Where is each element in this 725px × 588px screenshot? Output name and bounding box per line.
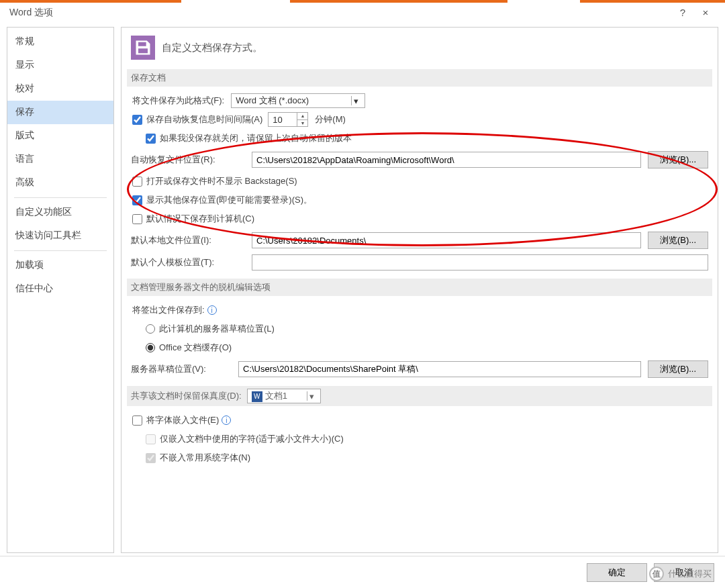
- main-panel: 自定义文档保存方式。 保存文档 将文件保存为此格式(F): Word 文档 (*…: [121, 27, 718, 553]
- embed-subset-label: 仅嵌入文档中使用的字符(适于减小文件大小)(C): [160, 433, 344, 445]
- draftloc-label: 服务器草稿位置(V):: [131, 363, 232, 375]
- localpath-label: 默认本地文件位置(I):: [131, 234, 245, 246]
- checkout-label: 将签出文件保存到:: [132, 304, 205, 316]
- sidebar-item-proofing[interactable]: 校对: [7, 77, 113, 101]
- autosave-label: 保存自动恢复信息时间间隔(A): [146, 113, 262, 126]
- sidebar-item-advanced[interactable]: 高级: [7, 171, 113, 195]
- radio-server-drafts-label: 此计算机的服务器草稿位置(L): [159, 323, 275, 335]
- help-button[interactable]: ?: [671, 7, 694, 18]
- dialog-footer: 确定 取消: [0, 556, 725, 588]
- browse-draftloc-button[interactable]: 浏览(B)...: [648, 360, 708, 378]
- sidebar: 常规 显示 校对 保存 版式 语言 高级 自定义功能区 快速访问工具栏 加载项 …: [7, 27, 114, 553]
- sidebar-separator: [14, 250, 107, 251]
- spin-down-icon[interactable]: ▼: [297, 120, 307, 127]
- sidebar-item-language[interactable]: 语言: [7, 148, 113, 171]
- save-icon: [131, 36, 155, 60]
- format-combobox[interactable]: Word 文档 (*.docx) ▾: [231, 93, 365, 108]
- keeplast-checkbox[interactable]: [146, 134, 156, 144]
- window-title: Word 选项: [9, 7, 671, 19]
- autosave-checkbox[interactable]: [132, 115, 142, 125]
- svg-rect-0: [143, 43, 144, 46]
- sidebar-item-general[interactable]: 常规: [7, 30, 113, 54]
- templatepath-input[interactable]: [252, 254, 708, 271]
- fidelity-doc-combobox[interactable]: W文档1 ▾: [247, 389, 321, 403]
- defaultlocal-label: 默认情况下保存到计算机(C): [146, 213, 254, 225]
- embedfonts-checkbox[interactable]: [132, 415, 142, 426]
- radio-server-drafts[interactable]: [146, 324, 155, 334]
- info-icon[interactable]: i: [222, 415, 231, 425]
- titlebar: Word 选项 ? ×: [0, 3, 725, 23]
- info-icon[interactable]: i: [207, 305, 217, 315]
- sidebar-item-display[interactable]: 显示: [7, 54, 113, 77]
- sidebar-item-save[interactable]: 保存: [7, 101, 113, 124]
- chevron-down-icon: ▾: [307, 391, 316, 401]
- sidebar-item-layout[interactable]: 版式: [7, 124, 113, 148]
- keeplast-label: 如果我没保存就关闭，请保留上次自动保留的版本: [160, 132, 352, 144]
- autorecover-path-input[interactable]: [252, 152, 641, 168]
- group-save-documents: 保存文档: [127, 69, 712, 87]
- sidebar-item-customize-ribbon[interactable]: 自定义功能区: [7, 201, 113, 224]
- radio-office-cache[interactable]: [146, 343, 155, 352]
- group-offline-editing: 文档管理服务器文件的脱机编辑选项: [127, 279, 712, 296]
- watermark-text: 什么值得买: [668, 568, 712, 580]
- embed-nosys-label: 不嵌入常用系统字体(N): [160, 452, 250, 464]
- format-label: 将文件保存为此格式(F):: [132, 95, 224, 107]
- ok-button[interactable]: 确定: [587, 563, 647, 582]
- autorecover-label: 自动恢复文件位置(R):: [131, 154, 245, 166]
- sidebar-item-trust-center[interactable]: 信任中心: [7, 277, 113, 301]
- sidebar-item-qat[interactable]: 快速访问工具栏: [7, 224, 113, 248]
- spin-up-icon[interactable]: ▲: [297, 113, 307, 120]
- backstage-label: 打开或保存文件时不显示 Backstage(S): [146, 175, 297, 187]
- embedfonts-label: 将字体嵌入文件(E): [146, 414, 219, 426]
- draftloc-input[interactable]: [238, 361, 641, 377]
- group-fidelity-label: 共享该文档时保留保真度(D):: [131, 390, 242, 402]
- browse-localpath-button[interactable]: 浏览(B)...: [648, 232, 708, 249]
- defaultlocal-checkbox[interactable]: [132, 214, 142, 224]
- showother-checkbox[interactable]: [132, 195, 142, 205]
- chevron-down-icon: ▾: [351, 96, 360, 105]
- showother-label: 显示其他保存位置(即使可能需要登录)(S)。: [146, 194, 312, 206]
- browse-autorecover-button[interactable]: 浏览(B)...: [648, 151, 708, 168]
- sidebar-item-addins[interactable]: 加载项: [7, 254, 113, 277]
- radio-office-cache-label: Office 文档缓存(O): [159, 342, 232, 354]
- sidebar-separator: [14, 197, 107, 198]
- group-fidelity: 共享该文档时保留保真度(D): W文档1 ▾: [127, 386, 712, 406]
- autosave-unit: 分钟(M): [315, 113, 346, 126]
- templatepath-label: 默认个人模板位置(T):: [131, 256, 245, 268]
- autosave-value: 10: [273, 115, 282, 125]
- fidelity-doc-value: 文档1: [265, 391, 287, 401]
- localpath-input[interactable]: [252, 232, 641, 248]
- word-icon: W: [252, 391, 262, 402]
- autosave-interval-spinbox[interactable]: 10 ▲▼: [268, 112, 308, 127]
- backstage-checkbox[interactable]: [132, 177, 142, 187]
- watermark: 值 什么值得买: [649, 567, 712, 581]
- embed-nosys-checkbox: [146, 453, 156, 463]
- red-ellipse-annotation: [127, 132, 718, 246]
- watermark-icon: 值: [649, 567, 664, 581]
- embed-subset-checkbox: [146, 434, 156, 444]
- page-heading: 自定义文档保存方式。: [162, 42, 262, 54]
- format-value: Word 文档 (*.docx): [236, 95, 309, 107]
- close-button[interactable]: ×: [694, 7, 717, 18]
